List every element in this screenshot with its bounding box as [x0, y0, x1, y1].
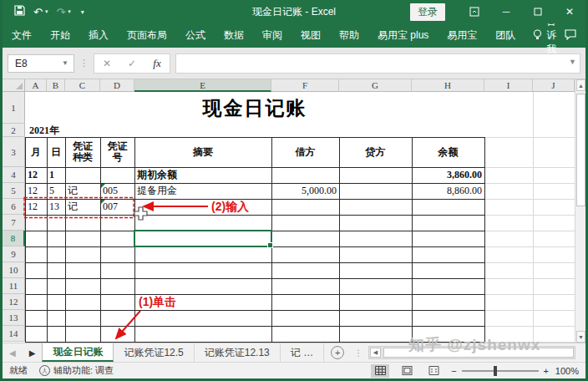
undo-icon[interactable]: ↶: [33, 6, 43, 18]
row-header-7[interactable]: 7: [3, 215, 25, 231]
name-box[interactable]: E8 ▼: [8, 54, 74, 73]
row-header-4[interactable]: 4: [3, 167, 25, 183]
login-button[interactable]: 登录: [410, 3, 445, 21]
cell-E4[interactable]: 期初余额: [134, 167, 271, 183]
cell-D6[interactable]: 007: [100, 199, 134, 215]
enter-icon[interactable]: ✓: [119, 58, 144, 69]
comment-icon[interactable]: [565, 29, 588, 43]
close-button[interactable]: ✕: [554, 0, 585, 23]
table-header-C3[interactable]: 凭证 种类: [65, 137, 100, 167]
formula-input[interactable]: ▼: [175, 53, 580, 74]
zoom-slider[interactable]: [462, 370, 539, 372]
ribbon-tab-file[interactable]: 文件: [3, 23, 41, 48]
vertical-scrollbar[interactable]: ▲ ▼: [575, 79, 585, 343]
column-header-F[interactable]: F: [271, 79, 339, 92]
cell-H5[interactable]: 8,860.00: [412, 183, 484, 199]
row-header-10[interactable]: 10: [3, 262, 25, 278]
customize-qat-icon[interactable]: ▾: [81, 8, 84, 16]
cell-A5[interactable]: 12: [25, 183, 47, 199]
table-header-H3[interactable]: 余额: [412, 137, 484, 167]
table-header-A3[interactable]: 月: [25, 137, 47, 167]
row-header-5[interactable]: 5: [3, 183, 25, 199]
cell-A6[interactable]: 12: [25, 199, 47, 215]
column-header-B[interactable]: B: [47, 79, 65, 92]
zoom-out-icon[interactable]: −: [451, 366, 456, 376]
sheet-tab-2[interactable]: 记账凭证12.13: [195, 343, 281, 362]
row-header-14[interactable]: 14: [3, 326, 25, 342]
zoom-in-icon[interactable]: +: [544, 366, 549, 376]
accessibility-status[interactable]: 人 辅助功能: 调查: [39, 364, 114, 377]
table-header-D3[interactable]: 凭证 号: [100, 137, 134, 167]
cell-B5[interactable]: 5: [47, 183, 65, 199]
new-sheet-icon[interactable]: +: [331, 346, 344, 359]
cell-D5[interactable]: 005: [100, 183, 134, 199]
column-header-I[interactable]: I: [484, 79, 533, 92]
sheet-tab-0[interactable]: 现金日记账: [42, 343, 114, 362]
ribbon-tab-5[interactable]: 数据: [215, 23, 253, 48]
normal-view-icon[interactable]: [371, 364, 389, 378]
ribbon-tab-9[interactable]: 易用宝 plus: [368, 23, 438, 48]
worksheet-grid[interactable]: ▲ ▼ ABCDEFGHIJ1234567891011121314现金日记账20…: [3, 79, 585, 343]
row-header-13[interactable]: 13: [3, 310, 25, 326]
fill-handle[interactable]: [267, 242, 273, 248]
cell-C6[interactable]: 记: [65, 199, 100, 215]
cell-A4[interactable]: 12: [25, 167, 47, 183]
row-header-3[interactable]: 3: [3, 137, 25, 167]
name-box-dropdown-icon[interactable]: ▼: [62, 59, 74, 67]
insert-function-icon[interactable]: fx: [144, 57, 170, 70]
sheet-tab-3[interactable]: 记 …: [281, 343, 324, 362]
cell-C5[interactable]: 记: [65, 183, 100, 199]
row-header-6[interactable]: 6: [3, 199, 25, 215]
column-header-D[interactable]: D: [100, 79, 134, 92]
scroll-up-icon[interactable]: ▲: [576, 79, 585, 91]
column-header-J[interactable]: J: [533, 79, 575, 92]
ribbon-tab-4[interactable]: 公式: [176, 23, 215, 48]
cell-H4[interactable]: 3,860.00: [412, 167, 484, 183]
maximize-button[interactable]: [522, 0, 554, 23]
cell-B6[interactable]: 13: [47, 199, 65, 215]
sheet-tab-1[interactable]: 记账凭证12.5: [114, 343, 194, 362]
row-header-2[interactable]: 2: [3, 124, 25, 137]
column-header-G[interactable]: G: [339, 79, 412, 92]
tab-scroll-right-icon[interactable]: ▶: [23, 343, 43, 362]
active-cell-selection[interactable]: [134, 230, 272, 247]
row-header-12[interactable]: 12: [3, 294, 25, 310]
cell-B4[interactable]: 1: [47, 167, 65, 183]
ribbon-display-options-icon[interactable]: [459, 0, 490, 23]
ribbon-tab-2[interactable]: 插入: [79, 23, 118, 48]
row-header-1[interactable]: 1: [3, 92, 25, 124]
save-icon[interactable]: [14, 5, 25, 18]
table-header-B3[interactable]: 日: [47, 137, 65, 167]
select-all-corner[interactable]: [3, 79, 25, 92]
ribbon-tab-1[interactable]: 开始: [41, 23, 79, 48]
ribbon-tab-8[interactable]: 帮助: [330, 23, 368, 48]
ribbon-tab-11[interactable]: 团队: [486, 23, 525, 48]
row-header-8[interactable]: 8: [3, 231, 25, 246]
ribbon-tab-3[interactable]: 页面布局: [118, 23, 176, 48]
ribbon-tab-7[interactable]: 视图: [291, 23, 330, 48]
table-header-E3[interactable]: 摘要: [134, 137, 271, 167]
vertical-scrollbar-thumb[interactable]: [576, 94, 585, 206]
cancel-icon[interactable]: ✕: [94, 58, 119, 69]
undo-dropdown-icon[interactable]: ▾: [45, 8, 48, 15]
table-header-G3[interactable]: 贷方: [339, 137, 412, 167]
column-header-A[interactable]: A: [25, 79, 47, 92]
scroll-down-icon[interactable]: ▼: [576, 331, 585, 343]
cell-E5[interactable]: 提备用金: [134, 183, 271, 199]
row-header-11[interactable]: 11: [3, 278, 25, 294]
column-header-E[interactable]: E: [134, 79, 271, 92]
page-break-preview-icon[interactable]: [424, 364, 443, 378]
table-header-F3[interactable]: 借方: [271, 137, 339, 167]
zoom-level[interactable]: 100%: [554, 366, 579, 376]
horizontal-scrollbar[interactable]: ◀: [368, 346, 575, 359]
ribbon-tab-6[interactable]: 审阅: [253, 23, 291, 48]
row-header-9[interactable]: 9: [3, 246, 25, 262]
column-header-H[interactable]: H: [412, 79, 484, 92]
column-header-C[interactable]: C: [65, 79, 100, 92]
page-layout-view-icon[interactable]: [398, 364, 416, 378]
ribbon-tab-10[interactable]: 易用宝: [438, 23, 486, 48]
zoom-slider-thumb[interactable]: [494, 366, 497, 376]
horizontal-scrollbar-thumb[interactable]: [383, 348, 574, 358]
minimize-button[interactable]: ─: [490, 0, 522, 23]
formula-bar-expand-icon[interactable]: ▼: [569, 58, 576, 66]
